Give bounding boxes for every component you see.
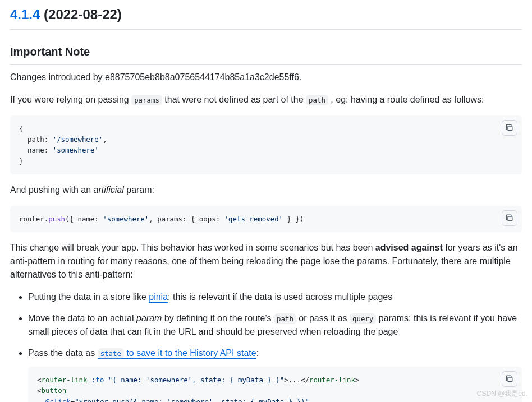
code-block-router-push: router.push({ name: 'somewhere', params:… [10, 206, 522, 232]
changelog-page: 4.1.4 (2022-08-22) Important Note Change… [0, 0, 532, 402]
state-link[interactable]: state to save it to the History API stat… [98, 348, 256, 359]
code-block-route-def: { path: '/somewhere', name: 'somewhere' … [10, 115, 522, 174]
list-item: Pass the data as state to save it to the… [28, 346, 522, 402]
inline-code-path: path [306, 95, 328, 105]
inline-code-state: state [98, 348, 124, 359]
copy-button[interactable] [502, 210, 517, 226]
code-block-router-link: <router-link :to="{ name: 'somewhere', s… [28, 367, 522, 402]
copy-icon [506, 124, 513, 132]
inline-code-path: path [274, 313, 296, 324]
copy-icon [506, 375, 513, 383]
version-heading: 4.1.4 (2022-08-22) [10, 4, 522, 30]
svg-rect-1 [508, 216, 512, 221]
advised-against-strong: advised against [375, 243, 443, 252]
version-date: (2022-08-22) [44, 7, 122, 22]
list-item: Move the data to an actual param by defi… [28, 312, 522, 339]
copy-button[interactable] [502, 120, 517, 136]
intro-paragraph: Changes introduced by e8875705eb8b8a0756… [10, 71, 522, 84]
svg-rect-2 [508, 377, 512, 382]
copy-icon [506, 214, 513, 222]
copy-button[interactable] [502, 371, 517, 387]
list-item: Putting the data in a store like pinia: … [28, 290, 522, 304]
break-paragraph: This change will break your app. This be… [10, 241, 522, 281]
version-link[interactable]: 4.1.4 [10, 7, 40, 22]
artificial-em: artificial [94, 185, 124, 195]
section-heading: Important Note [10, 43, 522, 65]
inline-code-params: params [131, 95, 162, 105]
pushing-paragraph: And pushing with an artificial param: [10, 183, 522, 197]
alternatives-list: Putting the data in a store like pinia: … [10, 290, 522, 402]
pinia-link[interactable]: pinia [149, 292, 168, 303]
svg-rect-0 [508, 126, 512, 131]
inline-code-query: query [350, 313, 376, 324]
relying-paragraph: If you were relying on passing params th… [10, 93, 522, 107]
